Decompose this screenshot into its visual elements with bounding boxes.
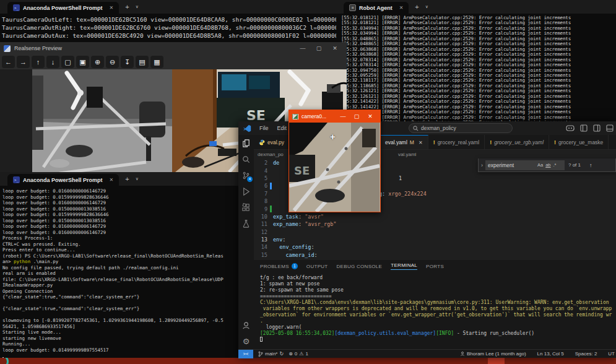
new-tab-button[interactable]: + (415, 3, 419, 11)
up-arrow-icon[interactable]: ↑ (32, 56, 45, 68)
yaml-value: xrgo_224x224 (385, 191, 427, 197)
encoding[interactable]: UT (608, 351, 615, 357)
close-tab-icon[interactable]: ✕ (419, 140, 423, 145)
tab-grocery-real-yaml[interactable]: ! grocery_real.yaml (428, 135, 485, 149)
blame-author[interactable]: Bhoram Lee (1 month ago) (460, 351, 526, 357)
search-sidebar-icon[interactable] (238, 151, 254, 167)
new-tab-button[interactable]: + (125, 175, 129, 183)
tab-terminal[interactable]: TERMINAL (391, 262, 417, 270)
source-control-icon[interactable]: 4 (238, 167, 254, 183)
strip-highlight (488, 357, 505, 364)
powershell-top-tabbar: >_ Anaconda PowerShell Prompt ✕ + ∨ (0, 0, 336, 14)
errors-warnings[interactable]: ⊗0 ⚠1 (288, 351, 308, 357)
find-input-box[interactable]: Aa ab .* (485, 160, 565, 170)
maximize-button[interactable]: ▢ (350, 113, 363, 119)
camera0-window: camera0... — ▢ ✕ SE (288, 110, 381, 212)
gutter-added-bar (270, 206, 272, 212)
breadcrumb-folder[interactable]: dexman_po (258, 152, 284, 157)
cursor-position[interactable]: Ln 13, Col 5 (537, 351, 564, 357)
tab-debug-console[interactable]: DEBUG CONSOLE (337, 264, 383, 269)
search-input[interactable] (421, 125, 495, 131)
account-icon[interactable] (238, 317, 254, 333)
line-number: 6 (254, 183, 267, 189)
explorer-icon[interactable] (238, 135, 254, 151)
powershell-bottom-output[interactable]: loop over budget: 0.01600000006146729 lo… (0, 186, 241, 358)
robot-agent-tab[interactable]: ≡ Robot Agent ✕ (344, 2, 409, 14)
gymnasium-warning: C:\Users\XRGO-LAB1\.conda\envs\dexman\li… (260, 300, 616, 324)
git-branch[interactable]: main* ↻ (258, 351, 284, 357)
tab-dropdown-icon[interactable]: ∨ (425, 4, 428, 9)
warnings-icon: ⚠ (299, 351, 303, 357)
back-arrow-icon[interactable]: ← (2, 56, 15, 68)
forward-arrow-icon[interactable]: → (17, 56, 30, 68)
powershell-bottom-tab[interactable]: >_ Anaconda PowerShell Prompt ✕ (7, 174, 119, 186)
python-icon (259, 139, 265, 145)
tab-output[interactable]: OUTPUT (306, 264, 328, 269)
realsense-titlebar[interactable]: Realsense Preview — ▢ ✕ (0, 42, 347, 54)
menu-file[interactable]: File (255, 125, 273, 131)
tab-dropdown-icon[interactable]: ∨ (136, 4, 139, 9)
close-tab-icon[interactable]: ✕ (399, 5, 404, 11)
down-arrow-icon[interactable]: ↓ (46, 56, 59, 68)
camera0-titlebar[interactable]: camera0... — ▢ ✕ (289, 110, 380, 123)
integrated-terminal[interactable]: t/g : ee back/forward 1: spawn at new po… (254, 272, 616, 348)
extensions-icon[interactable] (238, 199, 254, 215)
sync-icon[interactable]: ↻ (279, 351, 284, 357)
settings-gear-icon[interactable]: ⚙ (238, 333, 254, 349)
window-title: Realsense Preview (14, 45, 295, 51)
tab-eval-yaml[interactable]: eval.yaml M ✕ (380, 135, 428, 149)
testing-flask-icon[interactable] (238, 215, 254, 232)
tab-dropdown-icon[interactable]: ∨ (136, 176, 139, 181)
minimize-button[interactable]: — (295, 45, 311, 51)
regex-toggle[interactable]: .* (553, 162, 557, 168)
line-number: 15 (254, 252, 267, 258)
tab-grocery-ue-masked-yaml[interactable]: ! grocery_ue_maske (549, 135, 609, 149)
yaml-key: exp_task (273, 214, 298, 220)
zoom-in-icon[interactable]: ⊕ (91, 56, 104, 68)
tab-ports[interactable]: PORTS (426, 264, 444, 269)
copilot-icon[interactable] (566, 124, 575, 132)
person-icon (460, 351, 465, 357)
clipboard-icon[interactable]: ▤ (136, 56, 149, 68)
customize-layout-icon[interactable] (580, 124, 588, 132)
find-previous-icon[interactable]: ↑ (589, 162, 592, 168)
match-case-toggle[interactable]: Aa (537, 162, 543, 168)
run-debug-icon[interactable] (238, 183, 254, 199)
whole-word-toggle[interactable]: ab (545, 162, 550, 168)
zoom-out-icon[interactable]: ⊖ (106, 56, 119, 68)
close-button[interactable]: ✕ (327, 45, 343, 51)
breadcrumb-file[interactable]: val.yaml (398, 152, 416, 157)
bottom-panel: PROBLEMS1 OUTPUT DEBUG CONSOLE TERMINAL … (254, 260, 616, 349)
code-fragment: de (273, 160, 279, 166)
image-icon[interactable]: ▢ (61, 56, 74, 68)
tab-title: Anaconda PowerShell Prompt (23, 5, 103, 11)
panel-layout-icon[interactable] (606, 124, 614, 132)
close-tab-icon[interactable]: ✕ (110, 177, 114, 183)
pin-icon[interactable]: ▦ (150, 56, 163, 68)
powershell-top-tab[interactable]: >_ Anaconda PowerShell Prompt ✕ (7, 2, 119, 14)
find-expand-chevron[interactable]: › (479, 162, 485, 168)
yaml-value: "avsr_rgb" (305, 221, 336, 227)
tab-grocery-ue-rgb-yaml[interactable]: ! grocery_ue_rgb.yaml (485, 135, 549, 149)
indentation[interactable]: Spaces: 2 (575, 351, 597, 357)
close-tab-icon[interactable]: ✕ (110, 5, 114, 11)
powershell-top-output[interactable]: TaurusCameraOutLeft: tex=000001DE62BC516… (0, 14, 336, 42)
tab-problems[interactable]: PROBLEMS1 (260, 263, 298, 269)
split-editor-icon[interactable] (593, 124, 601, 132)
line-number: 5 (254, 175, 267, 181)
save-icon[interactable]: ↧ (121, 56, 134, 68)
maximize-button[interactable]: ▢ (311, 45, 327, 51)
new-tab-button[interactable]: + (125, 3, 129, 11)
image-zoom-icon[interactable]: ▣ (76, 56, 89, 68)
camera-out-log: TaurusCameraOutLeft: tex=000001DE62BC516… (0, 14, 336, 42)
minimize-button[interactable]: — (336, 113, 350, 119)
tab-eval-py[interactable]: eval.py (254, 135, 290, 149)
find-input[interactable] (488, 162, 535, 168)
powershell-bottom-tabbar: >_ Anaconda PowerShell Prompt ✕ + ∨ (0, 172, 241, 186)
image-thumbnail-icon (292, 114, 298, 119)
close-button[interactable]: ✕ (363, 113, 377, 119)
camera0-feed: SE + (289, 123, 380, 212)
powershell-icon: >_ (13, 176, 20, 183)
command-center-search[interactable] (409, 123, 513, 133)
remote-indicator[interactable]: >< (238, 350, 253, 358)
